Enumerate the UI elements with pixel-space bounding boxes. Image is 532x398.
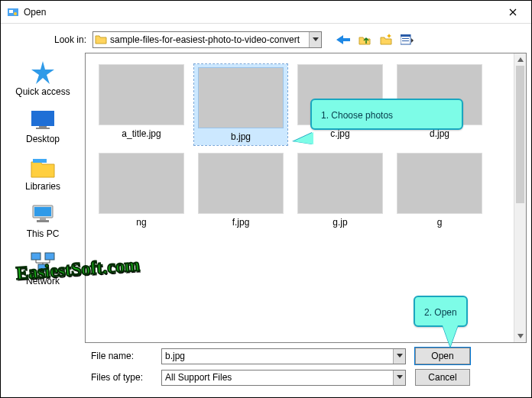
view-menu-icon[interactable] — [400, 33, 415, 47]
quick-access-icon — [28, 60, 58, 85]
thumbnail-image — [397, 153, 482, 214]
lookin-row: Look in: sample-files-for-easiest-photo-… — [1, 24, 531, 53]
back-icon[interactable] — [336, 33, 351, 47]
sidebar-item-network[interactable]: Network — [1, 247, 85, 293]
filetype-label: Files of type: — [1, 372, 161, 383]
svg-rect-5 — [402, 38, 409, 39]
sidebar-item-this-pc[interactable]: This PC — [1, 199, 85, 245]
sidebar-item-label: This PC — [1, 228, 85, 239]
scroll-thumb[interactable] — [516, 66, 524, 203]
callout-open: 2. Open — [414, 296, 468, 327]
svg-rect-13 — [40, 218, 46, 220]
window-title: Open — [24, 7, 496, 18]
new-folder-icon[interactable] — [378, 33, 394, 47]
thumbnail-image — [99, 153, 184, 214]
filename-label: File name: — [1, 351, 161, 361]
svg-rect-4 — [401, 34, 410, 37]
filetype-combo[interactable]: All Support Files — [161, 370, 406, 386]
up-one-level-icon[interactable] — [357, 33, 372, 47]
chevron-down-icon[interactable] — [393, 349, 405, 364]
thumbnail-image — [297, 153, 383, 214]
app-icon — [7, 6, 19, 18]
file-name: a_title.jpg — [122, 128, 161, 139]
close-button[interactable] — [496, 2, 530, 23]
callout-choose-photos: 1. Choose photos — [310, 99, 463, 130]
svg-point-2 — [14, 12, 17, 15]
sidebar-item-libraries[interactable]: Libraries — [1, 152, 85, 198]
thumbnail-image — [198, 67, 284, 128]
svg-rect-8 — [39, 126, 47, 128]
sidebar-item-label: Quick access — [1, 86, 85, 97]
sidebar-item-label: Desktop — [1, 134, 85, 144]
titlebar: Open — [1, 1, 531, 24]
file-name: f.jpg — [232, 217, 250, 228]
svg-rect-14 — [37, 220, 49, 222]
filetype-value: All Support Files — [162, 370, 393, 385]
svg-rect-7 — [31, 111, 54, 126]
filename-input[interactable] — [162, 349, 393, 364]
file-thumb[interactable]: g — [393, 153, 486, 228]
file-name: d.jpg — [430, 128, 449, 139]
scrollbar[interactable] — [514, 53, 526, 342]
svg-rect-1 — [9, 10, 13, 13]
file-name: ng — [136, 217, 146, 228]
svg-rect-17 — [38, 264, 47, 271]
svg-rect-15 — [31, 253, 41, 260]
lookin-label: Look in: — [1, 34, 92, 45]
places-bar: Quick access Desktop Libraries This PC N… — [1, 53, 85, 343]
file-thumb[interactable]: a_title.jpg — [95, 64, 188, 145]
file-name: g.jp — [332, 217, 347, 228]
libraries-icon — [28, 155, 58, 180]
svg-rect-10 — [33, 159, 47, 163]
chevron-down-icon — [309, 32, 321, 47]
this-pc-icon — [28, 202, 58, 227]
bottom-panel: File name: Open Files of type: All Suppo… — [1, 343, 531, 396]
nav-toolbar — [336, 33, 415, 47]
sidebar-item-desktop[interactable]: Desktop — [1, 105, 85, 150]
file-name: g — [437, 217, 443, 228]
cancel-button[interactable]: Cancel — [415, 369, 470, 386]
desktop-icon — [28, 108, 58, 132]
file-thumb[interactable]: f.jpg — [194, 153, 287, 228]
thumbnail-image — [198, 153, 284, 214]
svg-rect-9 — [36, 128, 50, 129]
open-button[interactable]: Open — [415, 348, 470, 364]
thumbnail-image — [99, 64, 184, 125]
svg-rect-12 — [34, 207, 51, 216]
sidebar-item-label: Libraries — [1, 181, 85, 192]
network-icon — [28, 250, 58, 274]
callout-text: 1. Choose photos — [321, 110, 393, 121]
open-dialog: Open Look in: sample-files-for-easiest-p… — [0, 0, 532, 398]
file-thumb[interactable]: g.jp — [294, 153, 387, 228]
chevron-down-icon[interactable] — [393, 370, 405, 385]
filename-combo[interactable] — [161, 348, 406, 364]
lookin-value: sample-files-for-easiest-photo-to-video-… — [110, 34, 309, 45]
lookin-combo[interactable]: sample-files-for-easiest-photo-to-video-… — [92, 31, 322, 48]
folder-icon — [95, 34, 107, 46]
file-name: b.jpg — [231, 131, 251, 142]
callout-text: 2. Open — [424, 307, 457, 318]
file-name: c.jpg — [330, 128, 349, 139]
scroll-down-icon[interactable] — [514, 330, 526, 342]
svg-rect-16 — [45, 253, 54, 260]
scroll-up-icon[interactable] — [514, 53, 526, 66]
svg-rect-6 — [402, 40, 409, 41]
sidebar-item-quick-access[interactable]: Quick access — [1, 57, 85, 103]
sidebar-item-label: Network — [1, 276, 85, 286]
file-thumb[interactable]: ng — [95, 153, 188, 228]
file-thumb[interactable]: b.jpg — [194, 64, 287, 145]
